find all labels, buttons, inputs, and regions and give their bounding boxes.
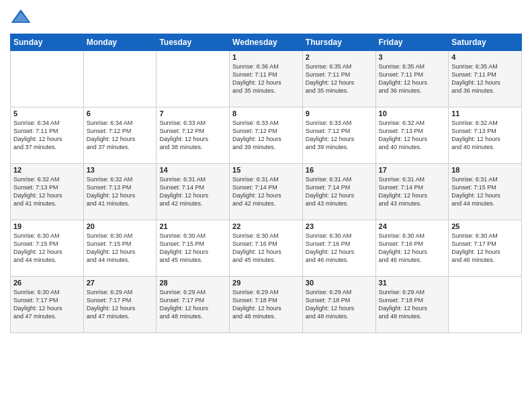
day-number: 30 xyxy=(306,279,373,287)
day-info: Sunrise: 6:35 AM Sunset: 7:11 PM Dayligh… xyxy=(379,62,446,95)
day-number: 22 xyxy=(232,222,300,230)
week-row-3: 12Sunrise: 6:32 AM Sunset: 7:13 PM Dayli… xyxy=(11,164,522,220)
day-cell: 18Sunrise: 6:31 AM Sunset: 7:15 PM Dayli… xyxy=(449,164,522,220)
day-cell: 10Sunrise: 6:32 AM Sunset: 7:13 PM Dayli… xyxy=(375,107,449,164)
day-cell: 4Sunrise: 6:35 AM Sunset: 7:11 PM Daylig… xyxy=(449,51,522,107)
day-cell: 23Sunrise: 6:30 AM Sunset: 7:16 PM Dayli… xyxy=(302,220,375,277)
day-cell: 15Sunrise: 6:31 AM Sunset: 7:14 PM Dayli… xyxy=(230,164,303,220)
day-cell: 1Sunrise: 6:36 AM Sunset: 7:11 PM Daylig… xyxy=(230,51,303,107)
page: SundayMondayTuesdayWednesdayThursdayFrid… xyxy=(0,0,532,411)
week-row-1: 1Sunrise: 6:36 AM Sunset: 7:11 PM Daylig… xyxy=(11,51,522,107)
day-cell: 20Sunrise: 6:30 AM Sunset: 7:15 PM Dayli… xyxy=(83,220,157,277)
day-number: 26 xyxy=(13,279,81,287)
day-info: Sunrise: 6:30 AM Sunset: 7:15 PM Dayligh… xyxy=(13,232,81,265)
header-row: SundayMondayTuesdayWednesdayThursdayFrid… xyxy=(11,34,522,51)
day-number: 11 xyxy=(451,109,519,118)
day-info: Sunrise: 6:34 AM Sunset: 7:11 PM Dayligh… xyxy=(13,119,81,152)
day-cell: 21Sunrise: 6:30 AM Sunset: 7:15 PM Dayli… xyxy=(157,220,230,277)
logo xyxy=(10,7,34,28)
day-number: 28 xyxy=(159,279,226,287)
day-number: 25 xyxy=(451,222,519,230)
day-info: Sunrise: 6:31 AM Sunset: 7:14 PM Dayligh… xyxy=(159,175,226,208)
day-cell: 31Sunrise: 6:29 AM Sunset: 7:18 PM Dayli… xyxy=(375,277,449,333)
day-info: Sunrise: 6:29 AM Sunset: 7:17 PM Dayligh… xyxy=(159,288,226,321)
day-cell xyxy=(11,51,84,107)
day-cell: 25Sunrise: 6:30 AM Sunset: 7:17 PM Dayli… xyxy=(449,220,522,277)
header-cell-friday: Friday xyxy=(375,34,449,51)
header xyxy=(10,7,522,28)
calendar-table: SundayMondayTuesdayWednesdayThursdayFrid… xyxy=(10,34,522,333)
day-number: 13 xyxy=(87,166,154,174)
day-cell: 8Sunrise: 6:33 AM Sunset: 7:12 PM Daylig… xyxy=(230,107,303,164)
day-number: 27 xyxy=(87,279,154,287)
calendar-header: SundayMondayTuesdayWednesdayThursdayFrid… xyxy=(11,34,522,51)
day-cell: 2Sunrise: 6:35 AM Sunset: 7:11 PM Daylig… xyxy=(302,51,375,107)
day-info: Sunrise: 6:30 AM Sunset: 7:15 PM Dayligh… xyxy=(159,232,226,265)
day-number: 24 xyxy=(379,222,446,230)
day-number: 21 xyxy=(159,222,226,230)
header-cell-thursday: Thursday xyxy=(302,34,375,51)
header-cell-monday: Monday xyxy=(83,34,157,51)
day-cell: 16Sunrise: 6:31 AM Sunset: 7:14 PM Dayli… xyxy=(302,164,375,220)
day-number: 5 xyxy=(13,109,81,118)
day-number: 17 xyxy=(379,166,446,174)
day-info: Sunrise: 6:30 AM Sunset: 7:16 PM Dayligh… xyxy=(379,232,446,265)
header-cell-sunday: Sunday xyxy=(11,34,84,51)
day-info: Sunrise: 6:33 AM Sunset: 7:12 PM Dayligh… xyxy=(306,119,373,152)
day-info: Sunrise: 6:32 AM Sunset: 7:13 PM Dayligh… xyxy=(451,119,519,152)
day-cell xyxy=(449,277,522,333)
day-info: Sunrise: 6:29 AM Sunset: 7:17 PM Dayligh… xyxy=(87,288,154,321)
day-cell: 3Sunrise: 6:35 AM Sunset: 7:11 PM Daylig… xyxy=(375,51,449,107)
day-number: 16 xyxy=(306,166,373,174)
day-number: 8 xyxy=(232,109,300,118)
day-cell: 7Sunrise: 6:33 AM Sunset: 7:12 PM Daylig… xyxy=(157,107,230,164)
day-cell xyxy=(83,51,157,107)
day-info: Sunrise: 6:36 AM Sunset: 7:11 PM Dayligh… xyxy=(232,62,300,95)
day-info: Sunrise: 6:31 AM Sunset: 7:15 PM Dayligh… xyxy=(451,175,519,208)
day-number: 18 xyxy=(451,166,519,174)
day-info: Sunrise: 6:29 AM Sunset: 7:18 PM Dayligh… xyxy=(232,288,300,321)
week-row-5: 26Sunrise: 6:30 AM Sunset: 7:17 PM Dayli… xyxy=(11,277,522,333)
day-cell: 22Sunrise: 6:30 AM Sunset: 7:16 PM Dayli… xyxy=(230,220,303,277)
day-cell: 19Sunrise: 6:30 AM Sunset: 7:15 PM Dayli… xyxy=(11,220,84,277)
day-info: Sunrise: 6:35 AM Sunset: 7:11 PM Dayligh… xyxy=(451,62,519,95)
day-cell: 12Sunrise: 6:32 AM Sunset: 7:13 PM Dayli… xyxy=(11,164,84,220)
day-cell: 5Sunrise: 6:34 AM Sunset: 7:11 PM Daylig… xyxy=(11,107,84,164)
day-number: 14 xyxy=(159,166,226,174)
day-number: 31 xyxy=(379,279,446,287)
day-cell: 24Sunrise: 6:30 AM Sunset: 7:16 PM Dayli… xyxy=(375,220,449,277)
week-row-4: 19Sunrise: 6:30 AM Sunset: 7:15 PM Dayli… xyxy=(11,220,522,277)
day-cell: 30Sunrise: 6:29 AM Sunset: 7:18 PM Dayli… xyxy=(302,277,375,333)
day-cell: 26Sunrise: 6:30 AM Sunset: 7:17 PM Dayli… xyxy=(11,277,84,333)
day-number: 7 xyxy=(159,109,226,118)
logo-icon xyxy=(10,7,32,28)
day-info: Sunrise: 6:30 AM Sunset: 7:17 PM Dayligh… xyxy=(13,288,81,321)
day-cell: 13Sunrise: 6:32 AM Sunset: 7:13 PM Dayli… xyxy=(83,164,157,220)
day-info: Sunrise: 6:32 AM Sunset: 7:13 PM Dayligh… xyxy=(13,175,81,208)
day-number: 20 xyxy=(87,222,154,230)
header-cell-wednesday: Wednesday xyxy=(230,34,303,51)
day-number: 12 xyxy=(13,166,81,174)
day-number: 15 xyxy=(232,166,300,174)
day-info: Sunrise: 6:31 AM Sunset: 7:14 PM Dayligh… xyxy=(306,175,373,208)
day-cell: 17Sunrise: 6:31 AM Sunset: 7:14 PM Dayli… xyxy=(375,164,449,220)
day-number: 3 xyxy=(379,53,446,61)
day-info: Sunrise: 6:30 AM Sunset: 7:16 PM Dayligh… xyxy=(232,232,300,265)
day-cell: 27Sunrise: 6:29 AM Sunset: 7:17 PM Dayli… xyxy=(83,277,157,333)
day-info: Sunrise: 6:30 AM Sunset: 7:15 PM Dayligh… xyxy=(87,232,154,265)
day-info: Sunrise: 6:30 AM Sunset: 7:16 PM Dayligh… xyxy=(306,232,373,265)
calendar-body: 1Sunrise: 6:36 AM Sunset: 7:11 PM Daylig… xyxy=(11,51,522,333)
day-info: Sunrise: 6:35 AM Sunset: 7:11 PM Dayligh… xyxy=(306,62,373,95)
day-info: Sunrise: 6:33 AM Sunset: 7:12 PM Dayligh… xyxy=(232,119,300,152)
day-cell: 9Sunrise: 6:33 AM Sunset: 7:12 PM Daylig… xyxy=(302,107,375,164)
header-cell-tuesday: Tuesday xyxy=(157,34,230,51)
day-cell: 6Sunrise: 6:34 AM Sunset: 7:12 PM Daylig… xyxy=(83,107,157,164)
day-number: 2 xyxy=(306,53,373,61)
week-row-2: 5Sunrise: 6:34 AM Sunset: 7:11 PM Daylig… xyxy=(11,107,522,164)
day-cell: 14Sunrise: 6:31 AM Sunset: 7:14 PM Dayli… xyxy=(157,164,230,220)
day-info: Sunrise: 6:34 AM Sunset: 7:12 PM Dayligh… xyxy=(87,119,154,152)
day-number: 10 xyxy=(379,109,446,118)
day-info: Sunrise: 6:30 AM Sunset: 7:17 PM Dayligh… xyxy=(451,232,519,265)
day-info: Sunrise: 6:31 AM Sunset: 7:14 PM Dayligh… xyxy=(379,175,446,208)
day-number: 1 xyxy=(232,53,300,61)
